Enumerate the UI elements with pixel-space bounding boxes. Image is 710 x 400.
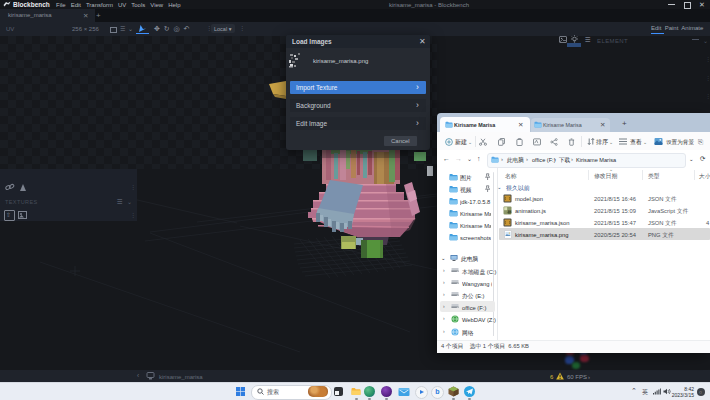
svg-text:JS: JS [507, 209, 512, 214]
